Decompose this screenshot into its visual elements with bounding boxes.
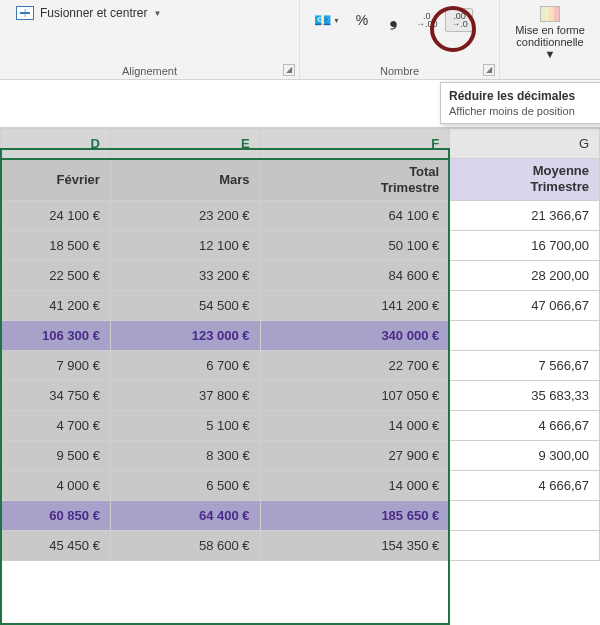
- cell[interactable]: 45 450 €: [1, 530, 111, 560]
- table-row: 9 500 €8 300 €27 900 €9 300,00: [1, 440, 600, 470]
- dialog-launcher-alignment[interactable]: ◢: [283, 64, 295, 76]
- cell[interactable]: 47 066,67: [450, 290, 600, 320]
- cell[interactable]: 7 900 €: [1, 350, 111, 380]
- worksheet-grid[interactable]: D E F G Février Mars TotalTrimestre Moye…: [0, 128, 600, 561]
- table-header-row: Février Mars TotalTrimestre MoyenneTrime…: [1, 159, 600, 201]
- cell[interactable]: 21 366,67: [450, 200, 600, 230]
- accounting-format-button[interactable]: 💶▼: [310, 8, 344, 32]
- cell[interactable]: 12 100 €: [110, 230, 260, 260]
- table-row: 41 200 €54 500 €141 200 €47 066,67: [1, 290, 600, 320]
- decrease-decimal-button[interactable]: .00→.0: [445, 8, 473, 32]
- table-row: 106 300 €123 000 €340 000 €: [1, 320, 600, 350]
- group-alignment: Fusionner et centrer ▼ Alignement ◢: [0, 0, 300, 79]
- cell[interactable]: 141 200 €: [260, 290, 450, 320]
- cell[interactable]: 33 200 €: [110, 260, 260, 290]
- cell[interactable]: 28 200,00: [450, 260, 600, 290]
- cell[interactable]: 54 500 €: [110, 290, 260, 320]
- chevron-down-icon: ▼: [333, 17, 340, 24]
- cell[interactable]: 14 000 €: [260, 410, 450, 440]
- cell[interactable]: 16 700,00: [450, 230, 600, 260]
- table-row: 4 000 €6 500 €14 000 €4 666,67: [1, 470, 600, 500]
- cell[interactable]: 64 400 €: [110, 500, 260, 530]
- tooltip-body: Afficher moins de position: [449, 105, 600, 117]
- cell[interactable]: 27 900 €: [260, 440, 450, 470]
- cell[interactable]: 4 666,67: [450, 470, 600, 500]
- cell[interactable]: [450, 500, 600, 530]
- cell[interactable]: [450, 530, 600, 560]
- cell[interactable]: 4 666,67: [450, 410, 600, 440]
- cell[interactable]: 123 000 €: [110, 320, 260, 350]
- cell[interactable]: 64 100 €: [260, 200, 450, 230]
- hdr-moyenne-trimestre[interactable]: MoyenneTrimestre: [450, 159, 600, 201]
- conditional-formatting-button[interactable]: Mise en forme conditionnelle ▼: [510, 4, 590, 62]
- chevron-down-icon: ▼: [153, 9, 161, 18]
- cond-line2: conditionnelle ▼: [514, 36, 586, 60]
- merge-center-button[interactable]: Fusionner et centrer ▼: [10, 4, 289, 22]
- table-row: 7 900 €6 700 €22 700 €7 566,67: [1, 350, 600, 380]
- comma-style-button[interactable]: ❟: [380, 8, 408, 32]
- cell[interactable]: 23 200 €: [110, 200, 260, 230]
- cell[interactable]: 154 350 €: [260, 530, 450, 560]
- ribbon: Fusionner et centrer ▼ Alignement ◢ 💶▼ %…: [0, 0, 600, 80]
- cell[interactable]: 22 700 €: [260, 350, 450, 380]
- increase-decimal-button[interactable]: .0→.00: [412, 8, 442, 32]
- col-header-G[interactable]: G: [450, 129, 600, 159]
- cell[interactable]: 5 100 €: [110, 410, 260, 440]
- table-row: 22 500 €33 200 €84 600 €28 200,00: [1, 260, 600, 290]
- column-headers[interactable]: D E F G: [1, 129, 600, 159]
- table-row: 34 750 €37 800 €107 050 €35 683,33: [1, 380, 600, 410]
- cell[interactable]: 50 100 €: [260, 230, 450, 260]
- cell[interactable]: [450, 320, 600, 350]
- cell[interactable]: 4 000 €: [1, 470, 111, 500]
- cell[interactable]: 4 700 €: [1, 410, 111, 440]
- cell[interactable]: 9 300,00: [450, 440, 600, 470]
- cell[interactable]: 106 300 €: [1, 320, 111, 350]
- cell[interactable]: 6 700 €: [110, 350, 260, 380]
- cell[interactable]: 18 500 €: [1, 230, 111, 260]
- col-header-D[interactable]: D: [1, 129, 111, 159]
- cell[interactable]: 41 200 €: [1, 290, 111, 320]
- col-header-F[interactable]: F: [260, 129, 450, 159]
- cell[interactable]: 340 000 €: [260, 320, 450, 350]
- cell[interactable]: 60 850 €: [1, 500, 111, 530]
- tooltip-title: Réduire les décimales: [449, 89, 600, 103]
- cell[interactable]: 35 683,33: [450, 380, 600, 410]
- hdr-total-trimestre[interactable]: TotalTrimestre: [260, 159, 450, 201]
- increase-decimal-icon: .0→.00: [416, 12, 438, 28]
- col-header-E[interactable]: E: [110, 129, 260, 159]
- cell[interactable]: 9 500 €: [1, 440, 111, 470]
- percent-button[interactable]: %: [348, 8, 376, 32]
- group-label-alignment: Alignement: [0, 65, 299, 77]
- table-row: 60 850 €64 400 €185 650 €: [1, 500, 600, 530]
- cell[interactable]: 7 566,67: [450, 350, 600, 380]
- cell[interactable]: 185 650 €: [260, 500, 450, 530]
- conditional-formatting-icon: [540, 6, 560, 22]
- merge-center-icon: [16, 6, 34, 20]
- comma-icon: ❟: [390, 10, 397, 31]
- table-row: 18 500 €12 100 €50 100 €16 700,00: [1, 230, 600, 260]
- decrease-decimal-icon: .00→.0: [451, 12, 468, 28]
- cell[interactable]: 84 600 €: [260, 260, 450, 290]
- cell[interactable]: 22 500 €: [1, 260, 111, 290]
- cell[interactable]: 34 750 €: [1, 380, 111, 410]
- cell[interactable]: 107 050 €: [260, 380, 450, 410]
- cell[interactable]: 24 100 €: [1, 200, 111, 230]
- currency-icon: 💶: [314, 12, 331, 28]
- table-row: 45 450 €58 600 €154 350 €: [1, 530, 600, 560]
- tooltip-decrease-decimal: Réduire les décimales Afficher moins de …: [440, 82, 600, 124]
- group-styles: Mise en forme conditionnelle ▼: [500, 0, 600, 79]
- merge-center-label: Fusionner et centrer: [40, 6, 147, 20]
- cell[interactable]: 8 300 €: [110, 440, 260, 470]
- dialog-launcher-number[interactable]: ◢: [483, 64, 495, 76]
- hdr-mars[interactable]: Mars: [110, 159, 260, 201]
- cond-line1: Mise en forme: [515, 24, 585, 36]
- hdr-fevrier[interactable]: Février: [1, 159, 111, 201]
- cell[interactable]: 14 000 €: [260, 470, 450, 500]
- group-label-number: Nombre: [300, 65, 499, 77]
- table-row: 4 700 €5 100 €14 000 €4 666,67: [1, 410, 600, 440]
- table-row: 24 100 €23 200 €64 100 €21 366,67: [1, 200, 600, 230]
- cell[interactable]: 58 600 €: [110, 530, 260, 560]
- group-number: 💶▼ % ❟ .0→.00 .00→.0 Nombre ◢: [300, 0, 500, 79]
- cell[interactable]: 6 500 €: [110, 470, 260, 500]
- cell[interactable]: 37 800 €: [110, 380, 260, 410]
